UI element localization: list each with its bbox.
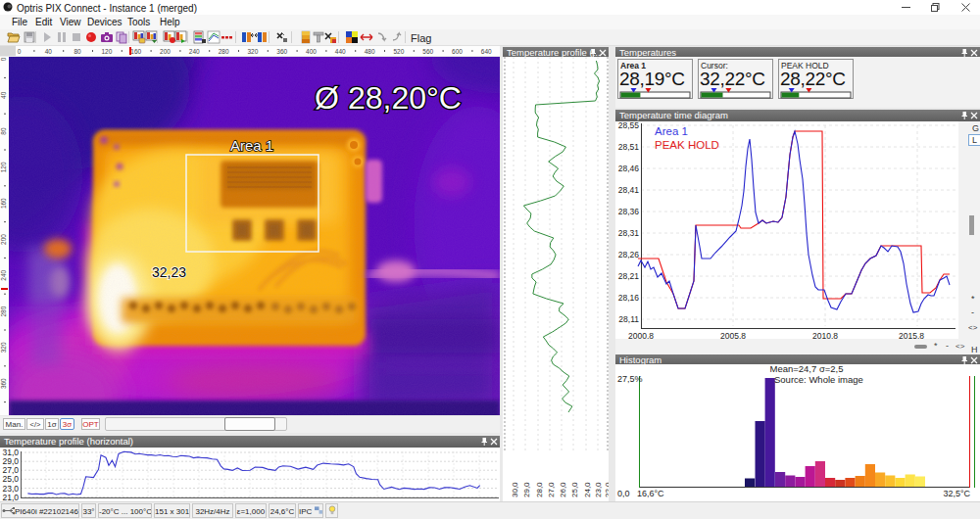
svg-text:27,0: 27,0 xyxy=(547,482,556,497)
svg-text:25,0: 25,0 xyxy=(570,482,579,497)
svg-text:PEAK HOLD: PEAK HOLD xyxy=(655,139,719,151)
svg-text:440: 440 xyxy=(335,48,346,55)
svg-text:22,0: 22,0 xyxy=(604,482,609,497)
svg-text:Source: Whole image: Source: Whole image xyxy=(774,374,863,385)
svg-text:28,36: 28,36 xyxy=(618,207,640,216)
svg-text:640: 640 xyxy=(481,48,492,55)
svg-text:240: 240 xyxy=(0,269,7,280)
svg-text:Area 1: Area 1 xyxy=(230,137,273,154)
svg-text:28,16: 28,16 xyxy=(618,293,640,303)
svg-text:120: 120 xyxy=(101,48,112,55)
svg-text:29,0: 29,0 xyxy=(522,482,531,497)
svg-text:Ø 28,20°C: Ø 28,20°C xyxy=(315,80,462,116)
svg-text:16,6°C: 16,6°C xyxy=(637,489,664,498)
svg-text:26,0: 26,0 xyxy=(559,482,567,497)
svg-text:240: 240 xyxy=(189,48,200,55)
svg-text:600: 600 xyxy=(452,48,463,55)
svg-text:28,46: 28,46 xyxy=(618,164,640,173)
svg-text:28,55: 28,55 xyxy=(618,121,640,130)
svg-text:280: 280 xyxy=(219,48,229,55)
svg-text:28,51: 28,51 xyxy=(618,142,640,152)
svg-text:160: 160 xyxy=(0,198,7,209)
svg-text:360: 360 xyxy=(0,378,7,389)
svg-text:320: 320 xyxy=(247,48,258,55)
svg-text:23,0: 23,0 xyxy=(594,482,603,497)
svg-text:30,0: 30,0 xyxy=(511,482,519,497)
svg-text:28,41: 28,41 xyxy=(618,185,640,195)
svg-text:160: 160 xyxy=(130,48,141,55)
svg-text:28,31: 28,31 xyxy=(618,228,640,238)
svg-text:0,0: 0,0 xyxy=(617,489,630,498)
svg-text:40: 40 xyxy=(45,48,53,55)
svg-text:560: 560 xyxy=(422,48,433,55)
svg-text:28,21: 28,21 xyxy=(618,271,640,281)
svg-text:0: 0 xyxy=(18,48,22,55)
svg-text:Mean=24,7 σ=2,5: Mean=24,7 σ=2,5 xyxy=(769,364,843,374)
svg-text:320: 320 xyxy=(0,342,7,353)
svg-text:40: 40 xyxy=(0,91,7,99)
svg-text:0: 0 xyxy=(0,57,7,61)
svg-text:200: 200 xyxy=(0,234,7,245)
svg-text:200: 200 xyxy=(160,48,171,55)
svg-text:28,26: 28,26 xyxy=(618,250,640,260)
svg-text:28,0: 28,0 xyxy=(535,482,544,497)
svg-text:32,5°C: 32,5°C xyxy=(943,489,970,498)
svg-text:Area 1: Area 1 xyxy=(655,125,688,137)
svg-text:280: 280 xyxy=(0,306,7,316)
svg-text:520: 520 xyxy=(393,48,404,55)
svg-text:27,5%: 27,5% xyxy=(617,374,643,384)
svg-text:480: 480 xyxy=(365,48,375,55)
svg-text:32,23: 32,23 xyxy=(152,264,186,280)
svg-text:28,11: 28,11 xyxy=(618,314,639,324)
svg-text:120: 120 xyxy=(0,162,7,172)
svg-text:21,0: 21,0 xyxy=(2,493,19,501)
svg-text:80: 80 xyxy=(0,127,7,135)
svg-text:80: 80 xyxy=(74,48,81,55)
svg-text:400: 400 xyxy=(306,48,317,55)
svg-text:360: 360 xyxy=(276,48,287,55)
svg-text:24,0: 24,0 xyxy=(583,482,592,497)
